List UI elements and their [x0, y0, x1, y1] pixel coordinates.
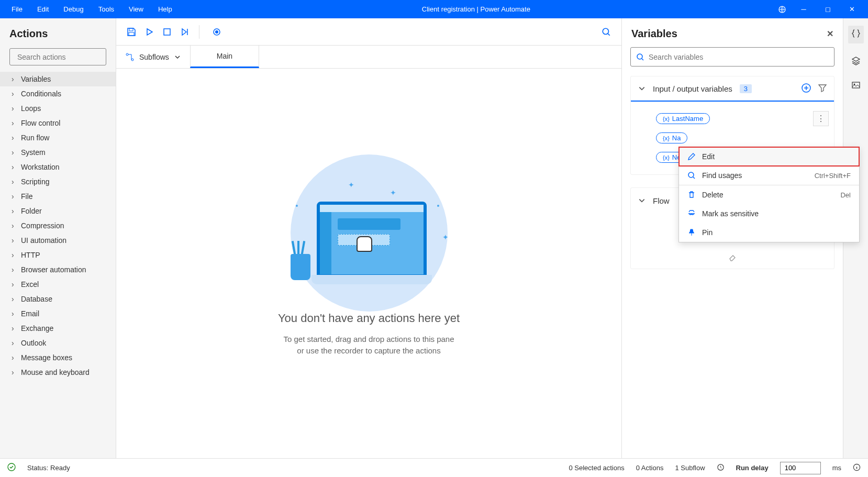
svg-rect-17	[852, 82, 860, 88]
info-icon[interactable]	[853, 463, 861, 473]
variable-context-menu: Edit Find usages Ctrl+Shift+F Delete Del…	[678, 147, 860, 242]
action-group-message-boxes[interactable]: ›Message boxes	[0, 350, 116, 365]
action-group-database[interactable]: ›Database	[0, 292, 116, 306]
close-button[interactable]: ✕	[840, 5, 864, 13]
chevron-right-icon: ›	[12, 236, 18, 245]
incognito-icon	[687, 209, 696, 218]
variables-panel: Variables ✕ Input / output variables 3 {…	[622, 18, 843, 458]
menu-help[interactable]: Help	[151, 5, 180, 13]
svg-line-9	[608, 34, 609, 35]
menu-tools[interactable]: Tools	[91, 5, 121, 13]
action-group-email[interactable]: ›Email	[0, 306, 116, 321]
action-group-system[interactable]: ›System	[0, 145, 116, 160]
run-delay-input[interactable]	[780, 462, 821, 474]
subflows-dropdown[interactable]: Subflows	[116, 46, 190, 68]
run-delay-label: Run delay	[736, 464, 769, 472]
svg-rect-4	[129, 32, 134, 36]
chevron-right-icon: ›	[12, 265, 18, 274]
svg-point-7	[215, 30, 218, 34]
context-pin[interactable]: Pin	[679, 223, 859, 242]
filter-variables-button[interactable]	[818, 84, 827, 94]
io-variables-count: 3	[740, 84, 752, 93]
action-group-outlook[interactable]: ›Outlook	[0, 336, 116, 350]
add-variable-button[interactable]	[802, 83, 811, 94]
chevron-right-icon: ›	[12, 207, 18, 215]
svg-line-16	[693, 177, 695, 179]
action-group-mouse-and-keyboard[interactable]: ›Mouse and keyboard	[0, 365, 116, 380]
action-group-run-flow[interactable]: ›Run flow	[0, 130, 116, 145]
context-edit[interactable]: Edit	[679, 147, 859, 166]
status-ok-icon	[7, 463, 16, 473]
run-button[interactable]	[140, 23, 158, 41]
actions-search[interactable]	[9, 48, 106, 65]
globe-icon	[778, 5, 786, 14]
svg-point-8	[603, 28, 608, 34]
search-flow-button[interactable]	[597, 23, 615, 41]
variable-chip[interactable]: {x} LastName	[656, 113, 710, 124]
subflow-icon	[126, 53, 134, 61]
variables-header: Variables	[631, 28, 677, 40]
chevron-right-icon: ›	[12, 280, 18, 289]
trash-icon	[687, 191, 696, 199]
step-button[interactable]	[176, 23, 194, 41]
action-group-workstation[interactable]: ›Workstation	[0, 160, 116, 174]
chevron-right-icon: ›	[12, 251, 18, 259]
action-group-scripting[interactable]: ›Scripting	[0, 174, 116, 189]
action-group-file[interactable]: ›File	[0, 189, 116, 204]
maximize-button[interactable]: ◻	[816, 5, 840, 13]
statusbar: Status: Ready 0 Selected actions 0 Actio…	[0, 458, 868, 477]
actions-search-input[interactable]	[17, 53, 109, 61]
chevron-right-icon: ›	[12, 295, 18, 303]
action-group-variables[interactable]: ›Variables	[0, 72, 116, 86]
chevron-down-icon[interactable]	[638, 85, 646, 92]
variable-more-button[interactable]: ⋮	[813, 111, 829, 126]
canvas[interactable]: ✦ ✦ ✦ ✦ • • You don't have any actions h…	[116, 69, 621, 458]
eraser-icon	[728, 253, 737, 261]
chevron-right-icon: ›	[12, 119, 18, 127]
chevron-right-icon: ›	[12, 134, 18, 142]
layers-rail-button[interactable]	[851, 56, 861, 68]
variables-search-input[interactable]	[649, 53, 829, 61]
titlebar: File Edit Debug Tools View Help Client r…	[0, 0, 868, 18]
status-subflows-count: 1 Subflow	[675, 464, 705, 472]
svg-point-10	[126, 53, 128, 56]
action-group-compression[interactable]: ›Compression	[0, 218, 116, 233]
action-group-excel[interactable]: ›Excel	[0, 277, 116, 292]
action-group-flow-control[interactable]: ›Flow control	[0, 116, 116, 130]
action-group-ui-automation[interactable]: ›UI automation	[0, 233, 116, 248]
menu-view[interactable]: View	[121, 5, 151, 13]
actions-header: Actions	[0, 18, 116, 45]
action-group-loops[interactable]: ›Loops	[0, 101, 116, 116]
variable-row: {x} LastName⋮	[656, 110, 834, 127]
tab-main[interactable]: Main	[190, 46, 259, 68]
variables-search[interactable]	[630, 47, 834, 66]
variables-rail-button[interactable]	[848, 26, 864, 43]
minimize-button[interactable]: ─	[792, 5, 816, 13]
canvas-subtext: To get started, drag and drop actions to…	[283, 334, 454, 357]
environment-indicator[interactable]	[773, 5, 792, 14]
action-group-browser-automation[interactable]: ›Browser automation	[0, 262, 116, 277]
action-group-http[interactable]: ›HTTP	[0, 248, 116, 262]
chevron-right-icon: ›	[12, 75, 18, 83]
context-delete[interactable]: Delete Del	[679, 185, 859, 204]
record-button[interactable]	[208, 23, 226, 41]
menu-file[interactable]: File	[4, 5, 30, 13]
clock-icon	[717, 463, 725, 473]
stop-button[interactable]	[158, 23, 176, 41]
pencil-icon	[687, 152, 696, 161]
context-find-usages[interactable]: Find usages Ctrl+Shift+F	[679, 166, 859, 185]
action-group-conditionals[interactable]: ›Conditionals	[0, 86, 116, 101]
context-mark-sensitive[interactable]: Mark as sensitive	[679, 204, 859, 223]
chevron-down-icon[interactable]	[638, 197, 646, 204]
menu-edit[interactable]: Edit	[30, 5, 56, 13]
chevron-right-icon: ›	[12, 353, 18, 362]
menu-debug[interactable]: Debug	[56, 5, 91, 13]
action-group-folder[interactable]: ›Folder	[0, 204, 116, 218]
clear-variables-button[interactable]	[631, 253, 834, 269]
save-button[interactable]	[123, 23, 140, 41]
images-rail-button[interactable]	[851, 80, 861, 92]
variable-chip[interactable]: {x} Na	[656, 132, 687, 143]
action-group-exchange[interactable]: ›Exchange	[0, 321, 116, 336]
variable-row: {x} Na	[656, 129, 834, 147]
close-variables-button[interactable]: ✕	[827, 29, 833, 39]
